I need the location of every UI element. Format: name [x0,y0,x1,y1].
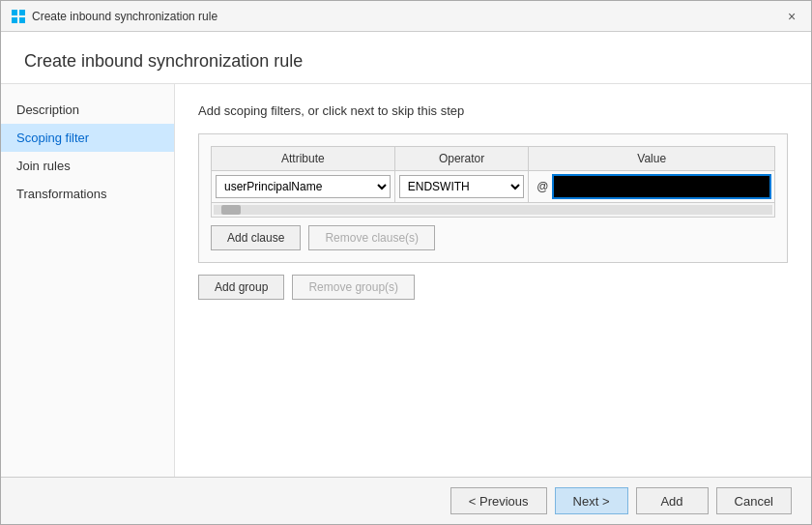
scrollbar-row [212,203,775,218]
add-group-button[interactable]: Add group [198,275,284,300]
value-prefix: @ [533,177,552,196]
next-button[interactable]: Next > [555,487,628,514]
operator-cell: ENDSWITH [394,171,529,203]
col-operator: Operator [394,147,529,171]
close-button[interactable]: × [782,7,801,26]
scrollbar-cell [212,203,775,218]
main-area: Description Scoping filter Join rules Tr… [1,84,811,477]
add-button[interactable]: Add [636,487,709,514]
previous-button[interactable]: < Previous [450,487,547,514]
title-bar-left: Create inbound synchronization rule [11,9,218,24]
value-cell: @ [529,171,775,203]
main-window: Create inbound synchronization rule × Cr… [0,0,812,525]
col-attribute: Attribute [212,147,395,171]
add-clause-button[interactable]: Add clause [211,225,301,250]
remove-clause-button[interactable]: Remove clause(s) [308,225,435,250]
filter-table: Attribute Operator Value userPrincipalNa… [211,146,775,218]
page-title: Create inbound synchronization rule [1,32,811,84]
remove-group-button[interactable]: Remove group(s) [292,275,415,300]
value-input[interactable] [553,175,770,198]
scrollbar-thumb [221,205,241,215]
sidebar-item-join-rules[interactable]: Join rules [1,152,174,180]
footer: < Previous Next > Add Cancel [1,477,811,524]
col-value: Value [529,147,775,171]
horizontal-scrollbar[interactable] [214,205,772,215]
svg-rect-1 [19,10,25,15]
svg-rect-0 [12,10,17,15]
attribute-select[interactable]: userPrincipalName [216,175,391,198]
title-bar-text: Create inbound synchronization rule [32,10,218,23]
cancel-button[interactable]: Cancel [716,487,792,514]
filter-row: userPrincipalName ENDSWITH [212,171,775,203]
sidebar-item-description[interactable]: Description [1,96,174,124]
sidebar: Description Scoping filter Join rules Tr… [1,84,175,477]
content-area: Add scoping filters, or click next to sk… [175,84,811,477]
clause-buttons: Add clause Remove clause(s) [211,225,775,250]
svg-rect-3 [19,17,25,23]
group-buttons: Add group Remove group(s) [198,275,788,300]
sidebar-item-scoping-filter[interactable]: Scoping filter [1,124,174,152]
svg-rect-2 [12,17,17,23]
operator-select[interactable]: ENDSWITH [399,175,525,198]
window-content: Create inbound synchronization rule Desc… [1,32,811,524]
attribute-cell: userPrincipalName [212,171,395,203]
title-bar: Create inbound synchronization rule × [1,1,811,32]
window-icon [11,9,26,24]
value-cell-inner: @ [533,175,770,198]
content-description: Add scoping filters, or click next to sk… [198,103,788,118]
filter-group-box: Attribute Operator Value userPrincipalNa… [198,133,788,263]
sidebar-item-transformations[interactable]: Transformations [1,180,174,208]
